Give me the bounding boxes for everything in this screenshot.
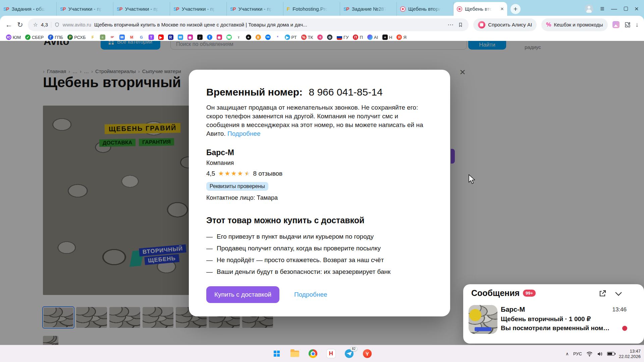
reload-icon[interactable]: ↻	[17, 21, 23, 29]
bookmark-item[interactable]: ✓ СБЕР	[25, 35, 44, 40]
shield-icon	[54, 22, 60, 28]
bookmark-item[interactable]: ГУ	[337, 35, 348, 40]
message-avatar[interactable]	[469, 305, 497, 334]
maximize-icon[interactable]	[624, 7, 628, 11]
taskbar-clock[interactable]: 13:47 22.02.2026	[619, 349, 641, 359]
bookmark-item[interactable]: % ТК	[301, 35, 313, 40]
browser-tab[interactable]: F Fotohosting.Pro	[283, 2, 340, 16]
alice-ai-button[interactable]: Спросить Алису AI	[473, 18, 537, 31]
start-button[interactable]	[272, 349, 282, 359]
bookmark-item[interactable]: F	[90, 35, 96, 40]
extensions-puzzle-icon[interactable]	[624, 21, 631, 28]
tab-close-icon[interactable]: ×	[500, 6, 504, 12]
bookmark-item[interactable]: ▶	[158, 35, 164, 40]
bookmark-item[interactable]: ◉	[217, 35, 222, 40]
bookmark-item[interactable]: ◉	[187, 35, 193, 40]
seller-rating-row[interactable]: 4,5 ★★★★★ 8 отзывов	[206, 170, 434, 177]
minimize-icon[interactable]: —	[611, 5, 617, 12]
chevron-down-icon[interactable]	[614, 291, 623, 297]
file-explorer-button[interactable]	[290, 349, 300, 359]
delivery-more-link[interactable]: Подробнее	[294, 291, 327, 298]
verified-badge: Реквизиты проверены	[206, 182, 268, 191]
browser-tab[interactable]: SP Участники - пр	[227, 2, 283, 16]
wifi-icon[interactable]	[586, 351, 593, 357]
bookmark-item[interactable]: T	[149, 35, 154, 40]
bookmark-item[interactable]: Ю ЮМ	[6, 35, 21, 40]
message-sender[interactable]: Барс-М	[501, 306, 525, 313]
bullet-text: Ваши деньги будут в безопасности: их зар…	[217, 266, 390, 278]
delivery-bullet: — Ваши деньги будут в безопасности: их з…	[206, 266, 434, 278]
bookmark-item[interactable]: ⊕	[327, 35, 332, 40]
menu-icon[interactable]: ≡	[600, 5, 604, 13]
buy-with-delivery-button[interactable]: Купить с доставкой	[206, 286, 279, 303]
bookmark-item[interactable]: +	[246, 35, 251, 40]
address-bar[interactable]: ☆ 4,3 www.avito.ru Щебень вторичный купи…	[28, 18, 469, 31]
bookmark-item[interactable]: M	[129, 35, 135, 40]
battery-icon[interactable]	[607, 352, 614, 356]
bookmark-flag-icon[interactable]	[458, 22, 463, 28]
tab-title: Щебень вто	[465, 6, 492, 12]
h-app-button[interactable]: H	[326, 349, 336, 359]
browser-tab[interactable]: SP Задание №287	[340, 2, 397, 16]
open-in-new-icon[interactable]	[598, 290, 606, 298]
bookmark-item[interactable]: т	[236, 35, 241, 40]
bookmark-item[interactable]: dj	[317, 35, 323, 40]
bookmark-item[interactable]: ✉	[178, 35, 183, 40]
bookmark-item[interactable]: Г ГПБ	[48, 35, 63, 40]
message-time: 13:46	[612, 306, 627, 313]
bookmark-favicon-icon: F	[90, 35, 96, 40]
dash-icon: —	[206, 242, 213, 254]
browser-tab[interactable]: SP Участники - пр	[113, 2, 170, 16]
half-star-icon: ★	[245, 170, 250, 177]
bookmark-item[interactable]: AI	[367, 35, 378, 40]
message-preview[interactable]: Вы посмотрели временный ном…	[501, 324, 609, 332]
browser-tab[interactable]: SP Участники - пр	[57, 2, 113, 16]
bookmark-item[interactable]: Я Я	[396, 35, 406, 40]
language-indicator[interactable]: РУС	[573, 351, 582, 356]
profile-avatar[interactable]	[585, 4, 593, 13]
bookmark-item[interactable]: ≡	[100, 35, 105, 40]
window-close-icon[interactable]: ×	[635, 5, 639, 13]
bookmark-label: Н	[389, 35, 392, 40]
bookmark-item[interactable]: П П	[353, 35, 363, 40]
media-gallery-icon[interactable]	[612, 21, 620, 28]
bookmark-favicon-icon: dj	[317, 35, 323, 40]
bookmark-item[interactable]: + Н	[382, 35, 392, 40]
reviews-count[interactable]: 8 отзывов	[253, 170, 283, 177]
bookmark-item[interactable]: *	[275, 35, 280, 40]
chrome-button[interactable]	[308, 349, 318, 359]
dash-icon: —	[206, 266, 213, 278]
message-subject[interactable]: Щебень вторичный · 1 000 ₽	[501, 315, 591, 323]
bookmark-item[interactable]: R	[168, 35, 173, 40]
bookmark-item[interactable]: VK	[265, 35, 271, 40]
bookmark-item[interactable]: Р РСХБ	[67, 35, 86, 40]
bookmark-item[interactable]: ▶ РТ	[285, 35, 297, 40]
phone-number: 8 966 041-85-14	[309, 86, 382, 98]
seller-name[interactable]: Барс-М	[206, 148, 434, 157]
bookmark-item[interactable]: 8	[256, 35, 261, 40]
overflow-dots-icon[interactable]: ⋯	[447, 21, 454, 28]
bookmark-item[interactable]: ♪	[197, 35, 203, 40]
yandex-browser-button[interactable]: Y	[362, 349, 372, 359]
description-more-link[interactable]: Подробнее	[227, 130, 261, 137]
browser-toolbar: ← ↻ ☆ 4,3 www.avito.ru Щебень вторичный …	[0, 16, 644, 34]
active-tab[interactable]: Щебень вто ×	[453, 2, 507, 16]
bookmark-item[interactable]: ✉	[119, 35, 125, 40]
bookmark-item[interactable]: ☎	[226, 35, 232, 40]
bookmark-item[interactable]: SP	[110, 35, 115, 40]
new-tab-button[interactable]: +	[511, 4, 521, 14]
downloads-icon[interactable]: ↓	[636, 21, 639, 28]
bookmark-item[interactable]: f	[207, 35, 212, 40]
site-rating-star-icon[interactable]: ☆	[33, 21, 38, 28]
browser-tab[interactable]: SP Участники - пр	[170, 2, 227, 16]
speaker-icon[interactable]	[597, 351, 603, 357]
bookmark-favicon-icon: Г	[48, 35, 53, 40]
back-icon[interactable]: ←	[5, 21, 12, 29]
modal-close-icon[interactable]: ×	[457, 66, 468, 78]
browser-tab[interactable]: SP Задания - общ	[0, 2, 57, 16]
cashback-button[interactable]: % Кешбэк и промокоды	[541, 18, 607, 31]
browser-tab[interactable]: Щебень втори	[397, 2, 453, 16]
telegram-button[interactable]: 82	[344, 349, 354, 359]
bookmark-item[interactable]: G	[139, 35, 144, 40]
tray-chevron-icon[interactable]: ∧	[566, 351, 569, 356]
